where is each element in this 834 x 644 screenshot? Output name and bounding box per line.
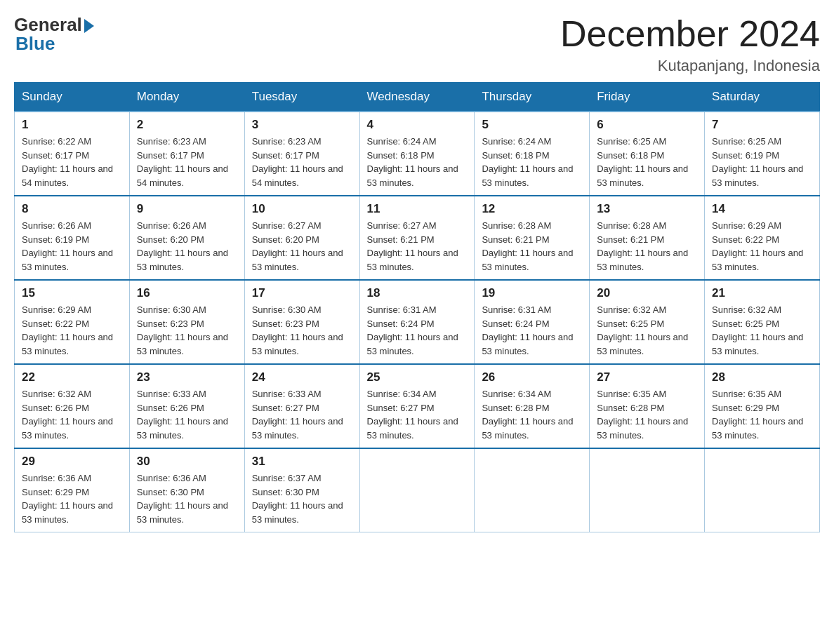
day-info: Sunrise: 6:35 AMSunset: 6:29 PMDaylight:…	[712, 387, 812, 442]
page-header: General Blue December 2024 Kutapanjang, …	[14, 14, 820, 75]
calendar-cell: 7Sunrise: 6:25 AMSunset: 6:19 PMDaylight…	[705, 112, 820, 196]
calendar-header-thursday: Thursday	[475, 83, 590, 112]
day-number: 24	[252, 370, 352, 384]
calendar-cell: 4Sunrise: 6:24 AMSunset: 6:18 PMDaylight…	[359, 112, 475, 196]
calendar-body: 1Sunrise: 6:22 AMSunset: 6:17 PMDaylight…	[15, 112, 820, 532]
calendar-cell: 19Sunrise: 6:31 AMSunset: 6:24 PMDayligh…	[475, 280, 590, 364]
day-number: 13	[597, 202, 697, 216]
calendar-cell: 30Sunrise: 6:36 AMSunset: 6:30 PMDayligh…	[129, 448, 244, 532]
day-info: Sunrise: 6:35 AMSunset: 6:28 PMDaylight:…	[597, 387, 697, 442]
calendar-cell: 17Sunrise: 6:30 AMSunset: 6:23 PMDayligh…	[244, 280, 359, 364]
day-number: 18	[367, 286, 468, 300]
logo: General Blue	[14, 14, 94, 55]
day-number: 19	[482, 286, 582, 300]
day-number: 22	[22, 370, 122, 384]
day-info: Sunrise: 6:37 AMSunset: 6:30 PMDaylight:…	[252, 471, 352, 526]
day-info: Sunrise: 6:28 AMSunset: 6:21 PMDaylight:…	[597, 219, 697, 274]
day-info: Sunrise: 6:36 AMSunset: 6:29 PMDaylight:…	[22, 471, 122, 526]
logo-blue-text: Blue	[14, 33, 55, 55]
calendar-table: SundayMondayTuesdayWednesdayThursdayFrid…	[14, 82, 820, 532]
calendar-cell: 21Sunrise: 6:32 AMSunset: 6:25 PMDayligh…	[705, 280, 820, 364]
calendar-cell: 24Sunrise: 6:33 AMSunset: 6:27 PMDayligh…	[244, 364, 359, 448]
calendar-cell: 25Sunrise: 6:34 AMSunset: 6:27 PMDayligh…	[359, 364, 475, 448]
day-info: Sunrise: 6:24 AMSunset: 6:18 PMDaylight:…	[482, 135, 582, 189]
calendar-cell: 2Sunrise: 6:23 AMSunset: 6:17 PMDaylight…	[129, 112, 244, 196]
day-info: Sunrise: 6:34 AMSunset: 6:28 PMDaylight:…	[482, 387, 582, 442]
day-number: 17	[252, 286, 352, 300]
calendar-cell: 28Sunrise: 6:35 AMSunset: 6:29 PMDayligh…	[705, 364, 820, 448]
day-info: Sunrise: 6:24 AMSunset: 6:18 PMDaylight:…	[367, 135, 468, 189]
calendar-cell: 15Sunrise: 6:29 AMSunset: 6:22 PMDayligh…	[15, 280, 130, 364]
day-number: 12	[482, 202, 582, 216]
day-number: 6	[597, 118, 697, 132]
day-info: Sunrise: 6:32 AMSunset: 6:25 PMDaylight:…	[597, 303, 697, 358]
calendar-header-wednesday: Wednesday	[359, 83, 475, 112]
calendar-cell: 8Sunrise: 6:26 AMSunset: 6:19 PMDaylight…	[15, 196, 130, 280]
calendar-cell: 10Sunrise: 6:27 AMSunset: 6:20 PMDayligh…	[244, 196, 359, 280]
day-number: 31	[252, 455, 352, 469]
calendar-cell	[705, 448, 820, 532]
title-area: December 2024 Kutapanjang, Indonesia	[560, 14, 820, 75]
day-number: 27	[597, 370, 697, 384]
calendar-cell	[359, 448, 475, 532]
calendar-cell: 27Sunrise: 6:35 AMSunset: 6:28 PMDayligh…	[590, 364, 705, 448]
day-number: 23	[137, 370, 237, 384]
calendar-header-monday: Monday	[129, 83, 244, 112]
day-info: Sunrise: 6:26 AMSunset: 6:20 PMDaylight:…	[137, 219, 237, 274]
day-info: Sunrise: 6:31 AMSunset: 6:24 PMDaylight:…	[482, 303, 582, 358]
day-number: 29	[22, 455, 122, 469]
calendar-cell: 29Sunrise: 6:36 AMSunset: 6:29 PMDayligh…	[15, 448, 130, 532]
calendar-cell: 20Sunrise: 6:32 AMSunset: 6:25 PMDayligh…	[590, 280, 705, 364]
month-title: December 2024	[560, 14, 820, 54]
day-info: Sunrise: 6:28 AMSunset: 6:21 PMDaylight:…	[482, 219, 582, 274]
day-info: Sunrise: 6:29 AMSunset: 6:22 PMDaylight:…	[712, 219, 812, 274]
day-number: 16	[137, 286, 237, 300]
day-info: Sunrise: 6:30 AMSunset: 6:23 PMDaylight:…	[252, 303, 352, 358]
calendar-header-saturday: Saturday	[705, 83, 820, 112]
day-info: Sunrise: 6:22 AMSunset: 6:17 PMDaylight:…	[22, 135, 122, 189]
calendar-header-friday: Friday	[590, 83, 705, 112]
calendar-cell: 9Sunrise: 6:26 AMSunset: 6:20 PMDaylight…	[129, 196, 244, 280]
calendar-cell: 6Sunrise: 6:25 AMSunset: 6:18 PMDaylight…	[590, 112, 705, 196]
day-number: 10	[252, 202, 352, 216]
day-number: 2	[137, 118, 237, 132]
day-info: Sunrise: 6:23 AMSunset: 6:17 PMDaylight:…	[137, 135, 237, 189]
day-info: Sunrise: 6:29 AMSunset: 6:22 PMDaylight:…	[22, 303, 122, 358]
day-info: Sunrise: 6:25 AMSunset: 6:19 PMDaylight:…	[712, 135, 812, 189]
day-info: Sunrise: 6:33 AMSunset: 6:26 PMDaylight:…	[137, 387, 237, 442]
day-info: Sunrise: 6:26 AMSunset: 6:19 PMDaylight:…	[22, 219, 122, 274]
day-number: 1	[22, 118, 122, 132]
calendar-week-row: 1Sunrise: 6:22 AMSunset: 6:17 PMDaylight…	[15, 112, 820, 196]
day-number: 25	[367, 370, 468, 384]
day-number: 26	[482, 370, 582, 384]
calendar-cell: 18Sunrise: 6:31 AMSunset: 6:24 PMDayligh…	[359, 280, 475, 364]
day-number: 30	[137, 455, 237, 469]
day-info: Sunrise: 6:32 AMSunset: 6:25 PMDaylight:…	[712, 303, 812, 358]
calendar-header-tuesday: Tuesday	[244, 83, 359, 112]
calendar-cell	[590, 448, 705, 532]
calendar-header-row: SundayMondayTuesdayWednesdayThursdayFrid…	[15, 83, 820, 112]
calendar-header-sunday: Sunday	[15, 83, 130, 112]
day-number: 28	[712, 370, 812, 384]
day-info: Sunrise: 6:23 AMSunset: 6:17 PMDaylight:…	[252, 135, 352, 189]
calendar-cell: 16Sunrise: 6:30 AMSunset: 6:23 PMDayligh…	[129, 280, 244, 364]
day-info: Sunrise: 6:25 AMSunset: 6:18 PMDaylight:…	[597, 135, 697, 189]
calendar-week-row: 8Sunrise: 6:26 AMSunset: 6:19 PMDaylight…	[15, 196, 820, 280]
calendar-cell: 3Sunrise: 6:23 AMSunset: 6:17 PMDaylight…	[244, 112, 359, 196]
calendar-cell: 26Sunrise: 6:34 AMSunset: 6:28 PMDayligh…	[475, 364, 590, 448]
day-info: Sunrise: 6:27 AMSunset: 6:20 PMDaylight:…	[252, 219, 352, 274]
day-number: 15	[22, 286, 122, 300]
calendar-cell	[475, 448, 590, 532]
day-info: Sunrise: 6:27 AMSunset: 6:21 PMDaylight:…	[367, 219, 468, 274]
calendar-cell: 14Sunrise: 6:29 AMSunset: 6:22 PMDayligh…	[705, 196, 820, 280]
day-number: 14	[712, 202, 812, 216]
calendar-cell: 1Sunrise: 6:22 AMSunset: 6:17 PMDaylight…	[15, 112, 130, 196]
calendar-cell: 22Sunrise: 6:32 AMSunset: 6:26 PMDayligh…	[15, 364, 130, 448]
calendar-cell: 11Sunrise: 6:27 AMSunset: 6:21 PMDayligh…	[359, 196, 475, 280]
day-number: 11	[367, 202, 468, 216]
day-number: 3	[252, 118, 352, 132]
day-number: 4	[367, 118, 468, 132]
day-number: 9	[137, 202, 237, 216]
day-number: 20	[597, 286, 697, 300]
day-info: Sunrise: 6:30 AMSunset: 6:23 PMDaylight:…	[137, 303, 237, 358]
